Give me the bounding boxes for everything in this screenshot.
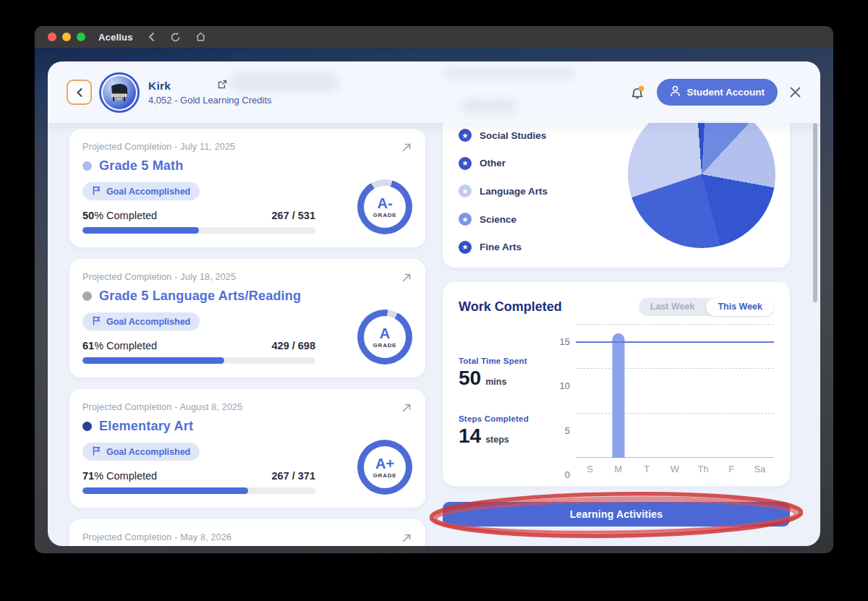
grade-ring: A+ GRADE [357,440,412,495]
grade-caption: GRADE [373,212,397,218]
home-icon[interactable] [195,32,206,42]
steps-fraction: 267 / 371 [272,470,315,482]
window-body: Projected Completion - July 11, 2025 Gra… [35,48,833,553]
student-account-button[interactable]: Student Account [657,79,778,106]
percent-completed-label: % Completed [94,210,157,221]
notifications-bell-button[interactable] [629,84,645,101]
star-icon: ★ [459,129,472,142]
legend-label: Social Studies [480,130,546,141]
flag-icon [92,186,101,197]
flag-icon [92,446,101,458]
grade-letter: A- [377,196,392,210]
steps-fraction: 267 / 531 [272,210,315,221]
course-status-dot [82,161,92,171]
legend-label: Other [480,158,506,169]
legend-item: ★ Other [459,150,548,178]
day-label: Th [689,464,718,474]
grade-letter: A [380,326,390,341]
star-icon: ★ [459,157,472,170]
day-label: F [718,464,746,474]
legend-item: ★ Science [459,205,548,234]
legend-label: Science [480,214,516,225]
work-completed-title: Work Completed [459,299,562,315]
open-course-arrow-icon[interactable] [401,142,412,156]
projected-completion: Projected Completion - May 8, 2026 [82,532,412,542]
goal-accomplished-badge: Goal Accomplished [82,182,200,200]
legend-item: ★ Social Studies [459,122,548,150]
work-stats: Total Time Spent 50 mins Steps Completed… [459,325,554,474]
percent-completed-value: 50 [82,210,94,221]
percent-completed-value: 61 [82,340,94,351]
gridline [576,324,774,325]
star-icon: ★ [459,241,472,254]
course-card-elementary-art[interactable]: Projected Completion - August 8, 2025 El… [69,389,425,508]
scrollbar-thumb[interactable] [813,123,817,302]
progress-track [82,487,315,494]
course-card-grade5-math[interactable]: Projected Completion - July 11, 2025 Gra… [69,129,425,247]
open-course-arrow-icon[interactable] [401,272,412,286]
grade-ring: A GRADE [357,310,412,365]
work-completed-card: Work Completed Last Week This Week Total… [443,282,790,486]
y-tick-label: 10 [560,380,570,391]
window-title: Acellus [98,32,133,43]
person-icon [670,85,681,99]
total-time-unit: mins [485,377,506,387]
goal-accomplished-badge: Goal Accomplished [82,312,200,331]
projected-completion: Projected Completion - July 11, 2025 [82,142,412,152]
refresh-icon[interactable] [170,32,181,43]
projected-completion: Projected Completion - July 18, 2025 [82,272,412,282]
course-card-next[interactable]: Projected Completion - May 8, 2026 [69,519,425,546]
stats-column: ★ Social Studies ★ Other ★ Language Arts [443,61,790,527]
toggle-last-week[interactable]: Last Week [639,298,707,316]
course-title: Elementary Art [99,419,193,434]
average-reference-line [576,341,774,343]
gridline [576,413,774,414]
account-button-label: Student Account [687,87,765,98]
steps-fraction: 429 / 698 [272,340,315,351]
back-nav-icon[interactable] [148,32,156,42]
dashboard-panel: Projected Completion - July 11, 2025 Gra… [48,61,820,546]
grade-ring: A- GRADE [357,179,412,234]
titlebar: Acellus [35,26,833,48]
course-title: Grade 5 Language Arts/Reading [99,289,301,304]
minimize-window-button[interactable] [62,33,71,41]
open-course-arrow-icon[interactable] [401,532,412,546]
course-title: Grade 5 Math [99,158,183,174]
zoom-window-button[interactable] [77,33,85,41]
learning-activities-button[interactable]: Learning Activities [443,502,790,527]
courses-column: Projected Completion - July 11, 2025 Gra… [69,129,425,546]
badge-label: Goal Accomplished [106,317,190,327]
y-axis-labels: 151050 [554,325,576,474]
back-button[interactable] [67,80,92,105]
week-toggle[interactable]: Last Week This Week [639,298,774,316]
star-icon: ★ [459,184,472,197]
close-window-button[interactable] [48,33,56,41]
external-link-icon[interactable] [217,79,228,93]
legend-item: ★ Fine Arts [459,233,548,261]
subjects-pie-chart [628,121,775,248]
steps-completed-label: Steps Completed [459,414,554,423]
goal-accomplished-badge: Goal Accomplished [82,443,200,461]
star-icon: ★ [459,213,472,226]
steps-completed-value: 14 [459,425,481,448]
course-card-language-arts[interactable]: Projected Completion - July 18, 2025 Gra… [69,259,425,378]
x-axis-day-labels: SMTWThFSa [576,464,774,474]
steps-completed-unit: steps [485,435,509,445]
total-time-value: 50 [459,367,481,390]
percent-completed-value: 71 [82,470,94,482]
pie-legend: ★ Social Studies ★ Other ★ Language Arts [459,122,548,261]
gridline [576,368,774,369]
percent-completed-label: % Completed [94,470,157,482]
flag-icon [92,316,101,328]
toggle-this-week[interactable]: This Week [706,298,774,316]
course-status-dot [82,291,92,301]
progress-fill [82,227,199,234]
y-tick-label: 0 [565,469,570,480]
projected-completion: Projected Completion - August 8, 2025 [82,402,412,412]
open-course-arrow-icon[interactable] [401,402,412,417]
learning-credits: 4,052 - Gold Learning Credits [148,95,272,106]
day-label: Sa [746,464,774,474]
badge-label: Goal Accomplished [106,447,190,457]
y-tick-label: 5 [565,425,570,435]
close-panel-button[interactable] [789,86,801,98]
